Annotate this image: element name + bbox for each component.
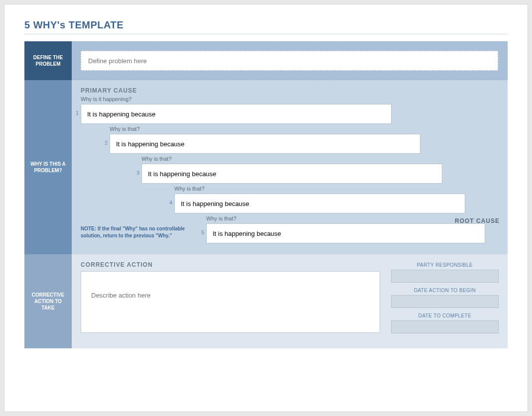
why-input-1[interactable] xyxy=(81,104,392,124)
why-row-5: Why is that? 5 xyxy=(206,215,508,243)
corrective-left: CORRECTIVE ACTION xyxy=(81,261,380,337)
corrective-label: CORRECTIVE ACTION TO TAKE xyxy=(24,254,72,348)
why-question-1: Why is it happening? xyxy=(81,96,508,102)
why-input-5[interactable] xyxy=(206,223,485,243)
define-problem-section: DEFINE THE PROBLEM xyxy=(24,41,508,80)
why-section-label: WHY IS THIS A PROBLEM? xyxy=(24,80,72,254)
define-problem-body xyxy=(72,41,508,80)
page: 5 WHY's TEMPLATE DEFINE THE PROBLEM WHY … xyxy=(4,4,528,412)
date-complete-input[interactable] xyxy=(391,320,499,333)
why-question-2: Why is that? xyxy=(110,126,508,132)
why-question-3: Why is that? xyxy=(141,156,508,162)
why-row-3: Why is that? 3 xyxy=(141,156,508,184)
why-number-5: 5 xyxy=(201,229,204,235)
party-responsible-input[interactable] xyxy=(391,270,499,283)
why-row-4: Why is that? 4 xyxy=(174,186,508,213)
why-section: WHY IS THIS A PROBLEM? PRIMARY CAUSE Why… xyxy=(24,80,508,254)
why-body: PRIMARY CAUSE Why is it happening? 1 Why… xyxy=(72,80,508,254)
primary-cause-header: PRIMARY CAUSE xyxy=(81,87,508,94)
why-row-1: Why is it happening? 1 xyxy=(81,96,508,124)
date-complete-label: DATE TO COMPLETE xyxy=(391,313,499,318)
page-title: 5 WHY's TEMPLATE xyxy=(24,19,508,34)
why-question-5: Why is that? xyxy=(206,215,508,221)
why-input-2[interactable] xyxy=(110,134,420,154)
why-input-4[interactable] xyxy=(174,194,465,213)
why-number-2: 2 xyxy=(105,140,108,146)
corrective-input[interactable] xyxy=(81,271,380,333)
why-number-4: 4 xyxy=(169,200,172,206)
define-problem-label: DEFINE THE PROBLEM xyxy=(24,41,72,80)
why-number-3: 3 xyxy=(136,170,139,176)
problem-input[interactable] xyxy=(81,51,498,71)
date-begin-input[interactable] xyxy=(391,295,499,308)
why-row-2: Why is that? 2 xyxy=(110,126,508,154)
date-begin-label: DATE ACTION TO BEGIN xyxy=(391,288,499,293)
party-responsible-label: PARTY RESPONSIBLE xyxy=(391,262,499,268)
why-question-4: Why is that? xyxy=(174,186,508,192)
corrective-header: CORRECTIVE ACTION xyxy=(81,261,380,268)
corrective-meta: PARTY RESPONSIBLE DATE ACTION TO BEGIN D… xyxy=(391,261,499,337)
why-input-3[interactable] xyxy=(141,164,442,184)
note-text: NOTE: If the final "Why" has no controll… xyxy=(81,225,197,239)
corrective-body: CORRECTIVE ACTION PARTY RESPONSIBLE DATE… xyxy=(72,254,508,348)
why-number-1: 1 xyxy=(76,110,79,116)
corrective-section: CORRECTIVE ACTION TO TAKE CORRECTIVE ACT… xyxy=(24,254,508,348)
